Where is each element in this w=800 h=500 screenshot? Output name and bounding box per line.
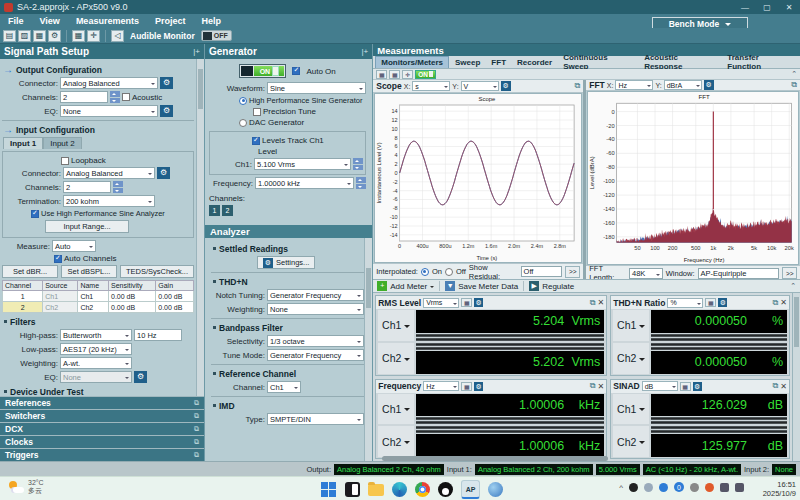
menu-project[interactable]: Project [147, 16, 194, 26]
sidebar-item-dcx[interactable]: DCX⧉ [0, 423, 204, 435]
fft-more-button[interactable]: >> [782, 267, 797, 279]
gen-channel-1-button[interactable]: 1 [209, 205, 220, 216]
output-channels-input[interactable]: 2 [60, 91, 108, 103]
filter-eq-select[interactable]: None [60, 371, 132, 383]
minimize-button[interactable]: — [734, 0, 756, 14]
popout-icon[interactable]: ⧉ [590, 381, 596, 391]
report-icon[interactable]: ▦ [33, 30, 46, 42]
meter-unit-select[interactable]: Hz [423, 381, 459, 391]
high-pass-select[interactable]: Butterworth [60, 329, 132, 341]
channel-selector[interactable]: Ch2 [613, 426, 649, 457]
filters-section[interactable]: Filters [4, 317, 194, 327]
thdn-section[interactable]: THD+N [213, 277, 364, 287]
pin-icon[interactable]: |+ [193, 47, 200, 56]
gain-select[interactable]: 0.00 dB [156, 291, 194, 302]
fft-length-select[interactable]: 48K [629, 268, 663, 279]
scope-view-icon[interactable]: ✛ [402, 70, 413, 79]
channels-stepper[interactable] [110, 91, 120, 103]
sensitivity-select[interactable]: 0.00 dB [109, 302, 156, 313]
apx500-taskbar-icon[interactable]: AP [461, 480, 480, 499]
output-connector-select[interactable]: Analog Balanced [60, 77, 158, 89]
generator-on-toggle[interactable]: ON [239, 64, 286, 78]
monitor-icon[interactable]: ▦ [72, 30, 85, 42]
tab-input-2[interactable]: Input 2 [43, 137, 81, 149]
dut-section[interactable]: Device Under Test [4, 387, 194, 396]
taskbar-clock[interactable]: 16:51 2025/10/9 [763, 480, 796, 498]
fft-gear-icon[interactable]: ⚙ [704, 80, 714, 90]
termination-select[interactable]: 200 kohm [63, 195, 155, 207]
settings-button[interactable]: ⚙Settings... [257, 256, 315, 269]
gear-icon[interactable]: ⚙ [718, 298, 727, 307]
output-eq-select[interactable]: None [60, 105, 158, 117]
dac-generator-radio[interactable] [239, 119, 247, 127]
output-connector-gear-icon[interactable]: ⚙ [160, 77, 173, 89]
qq-icon[interactable] [438, 482, 453, 497]
meters-scrollbar[interactable] [792, 293, 800, 461]
audible-monitor-toggle[interactable]: OFF [201, 30, 232, 41]
settled-readings-section[interactable]: Settled Readings [213, 244, 364, 254]
tray-icon-cloud[interactable] [644, 483, 653, 492]
input-channels-stepper[interactable] [113, 181, 123, 193]
levels-track-checkbox[interactable] [252, 137, 260, 145]
fft-popout-icon[interactable]: ⧉ [791, 80, 797, 90]
sidebar-item-clocks[interactable]: Clocks⧉ [0, 436, 204, 448]
settings-icon[interactable]: ⚙ [48, 30, 61, 42]
input-connector-select[interactable]: Analog Balanced [63, 167, 155, 179]
tab-fft[interactable]: FFT [486, 56, 511, 68]
analyzer-scrollbar[interactable] [364, 238, 372, 461]
meters-view-icon[interactable]: ▦ [389, 70, 400, 79]
interpolated-off-radio[interactable] [445, 268, 453, 276]
tab-input-1[interactable]: Input 1 [3, 137, 43, 149]
channel-selector[interactable]: Ch1 [613, 310, 649, 341]
chrome-browser-icon[interactable] [415, 482, 430, 497]
pin-icon[interactable]: |+ [361, 47, 368, 56]
task-view-icon[interactable] [345, 482, 360, 497]
close-icon[interactable]: ✕ [780, 298, 787, 307]
popout-icon[interactable]: ⧉ [194, 412, 199, 420]
name-cell[interactable]: Ch1 [78, 291, 109, 302]
precision-tune-checkbox[interactable] [253, 108, 261, 116]
monitors-on-toggle[interactable]: ON [415, 70, 436, 79]
weighting-select[interactable]: A-wt. [60, 357, 132, 369]
sidebar-item-switchers[interactable]: Switchers⧉ [0, 410, 204, 422]
tray-icon-zero[interactable]: 0 [674, 482, 684, 492]
popout-icon[interactable]: ⧉ [194, 399, 199, 407]
name-cell[interactable]: Ch2 [78, 302, 109, 313]
meter-style-icon[interactable]: ▦ [705, 298, 716, 307]
filter-eq-gear-icon[interactable]: ⚙ [134, 371, 147, 383]
gen-channel-2-button[interactable]: 2 [222, 205, 233, 216]
source-select[interactable]: Ch1 [43, 291, 78, 302]
scope-popout-icon[interactable]: ⧉ [575, 81, 581, 91]
regulate-button[interactable]: Regulate [542, 282, 574, 291]
input-config-title[interactable]: Input Configuration [16, 125, 95, 135]
sidebar-item-references[interactable]: References⧉ [0, 397, 204, 409]
output-eq-gear-icon[interactable]: ⚙ [160, 105, 173, 117]
interpolated-on-radio[interactable] [421, 268, 429, 276]
fft-x-select[interactable]: Hz [615, 80, 653, 90]
sensitivity-select[interactable]: 0.00 dB [109, 291, 156, 302]
meter-style-icon[interactable]: ▦ [680, 382, 691, 391]
wifi-icon[interactable] [720, 483, 729, 492]
tab-transfer-function[interactable]: Transfer Function [722, 56, 798, 68]
ref-channel-select[interactable]: Ch1 [267, 381, 301, 393]
auto-on-checkbox[interactable] [292, 67, 300, 75]
scope-more-button[interactable]: >> [565, 266, 580, 278]
maximize-button[interactable]: ▢ [756, 0, 778, 14]
pin-icon[interactable]: ⌃ [791, 70, 797, 78]
acoustic-checkbox[interactable] [122, 93, 130, 101]
fft-y-select[interactable]: dBrA [664, 80, 702, 90]
tab-sweep[interactable]: Sweep [450, 56, 485, 68]
channel-selector[interactable]: Ch2 [378, 343, 414, 374]
channel-selector[interactable]: Ch2 [378, 426, 414, 457]
scope-y-select[interactable]: V [461, 81, 499, 91]
menu-view[interactable]: View [32, 16, 68, 26]
popout-icon[interactable]: ⧉ [773, 298, 779, 308]
input-connector-gear-icon[interactable]: ⚙ [157, 167, 170, 179]
menu-help[interactable]: Help [193, 16, 229, 26]
auto-channels-checkbox[interactable] [54, 255, 62, 263]
tab-monitors-meters[interactable]: Monitors/Meters [375, 56, 449, 68]
waveform-select[interactable]: Sine [267, 82, 366, 94]
popout-icon[interactable]: ⧉ [194, 438, 199, 446]
high-pass-freq-input[interactable]: 10 Hz [134, 329, 182, 341]
show-residual-select[interactable]: Off [521, 266, 563, 277]
